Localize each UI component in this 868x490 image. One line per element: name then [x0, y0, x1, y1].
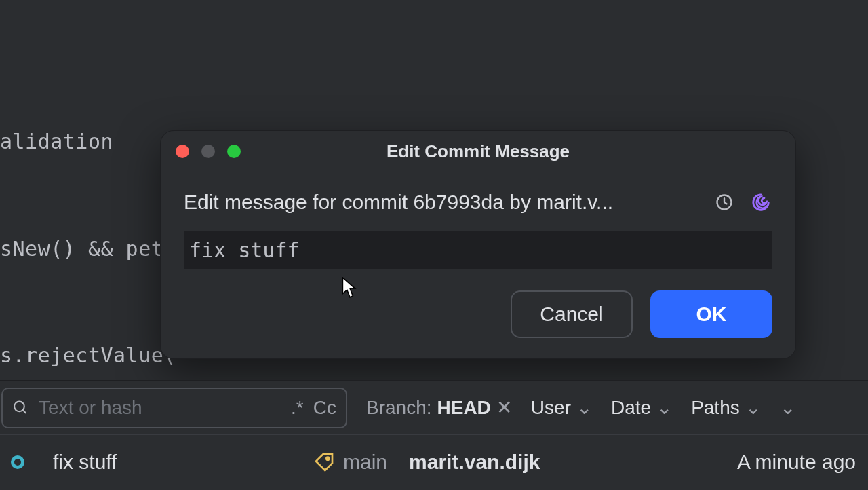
commit-summary: fix stuff: [53, 451, 297, 474]
regex-toggle[interactable]: .*: [291, 397, 304, 419]
chevron-down-icon: ⌄: [745, 396, 761, 419]
search-icon: [12, 399, 29, 417]
window-zoom-button[interactable]: [227, 145, 241, 158]
dialog-description: Edit message for commit 6b7993da by mari…: [184, 191, 699, 214]
tag-icon: [313, 451, 335, 473]
branch-tag: main: [313, 451, 387, 474]
dialog-title: Edit Commit Message: [161, 141, 795, 162]
commit-graph-node-icon: [11, 455, 24, 469]
ok-button[interactable]: OK: [650, 290, 772, 338]
more-filters-icon[interactable]: ⌄: [780, 396, 801, 419]
cancel-button[interactable]: Cancel: [511, 290, 633, 338]
history-icon[interactable]: [713, 191, 736, 214]
window-close-button[interactable]: [176, 145, 189, 158]
ai-spiral-icon[interactable]: [749, 191, 772, 214]
chevron-down-icon: ⌄: [656, 396, 672, 419]
dialog-titlebar: Edit Commit Message: [161, 131, 795, 172]
window-minimize-button[interactable]: [201, 145, 215, 158]
log-search-input[interactable]: [39, 397, 281, 419]
date-filter[interactable]: Date ⌄: [611, 396, 672, 419]
window-controls: [176, 145, 241, 158]
svg-point-1: [14, 401, 24, 411]
user-filter[interactable]: User ⌄: [531, 396, 592, 419]
close-icon[interactable]: ✕: [496, 396, 512, 419]
commit-timestamp: A minute ago: [737, 451, 856, 474]
log-search-box[interactable]: .* Cc: [1, 388, 347, 428]
paths-filter[interactable]: Paths ⌄: [691, 396, 761, 419]
commit-row[interactable]: fix stuff main marit.van.dijk A minute a…: [0, 435, 868, 489]
edit-commit-message-dialog: Edit Commit Message Edit message for com…: [160, 130, 796, 359]
git-log-panel: .* Cc Branch: HEAD ✕ User ⌄ Date ⌄ Paths…: [0, 380, 868, 490]
log-filter-bar: .* Cc Branch: HEAD ✕ User ⌄ Date ⌄ Paths…: [0, 381, 868, 435]
branch-filter[interactable]: Branch: HEAD ✕: [366, 396, 512, 419]
commit-author: marit.van.dijk: [409, 451, 540, 474]
svg-point-2: [326, 457, 329, 460]
chevron-down-icon: ⌄: [576, 396, 592, 419]
commit-message-input[interactable]: [184, 231, 772, 269]
match-case-toggle[interactable]: Cc: [313, 397, 336, 419]
